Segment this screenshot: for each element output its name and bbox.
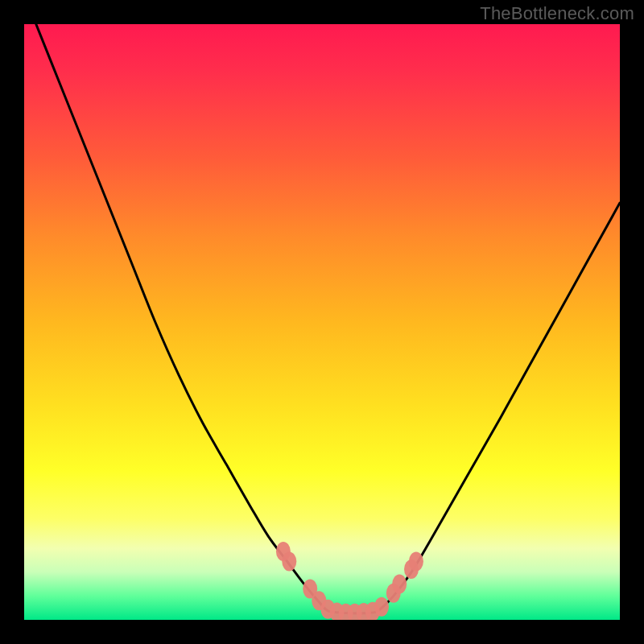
plot-area: [24, 24, 620, 620]
marker-dot: [409, 551, 423, 571]
marker-dot: [282, 551, 296, 571]
marker-dot: [374, 597, 389, 617]
curve-overlay: [24, 24, 620, 620]
chart-frame: TheBottleneck.com: [0, 0, 644, 644]
bottleneck-curve: [36, 24, 620, 613]
watermark-text: TheBottleneck.com: [480, 3, 634, 24]
marker-dot: [392, 575, 407, 594]
